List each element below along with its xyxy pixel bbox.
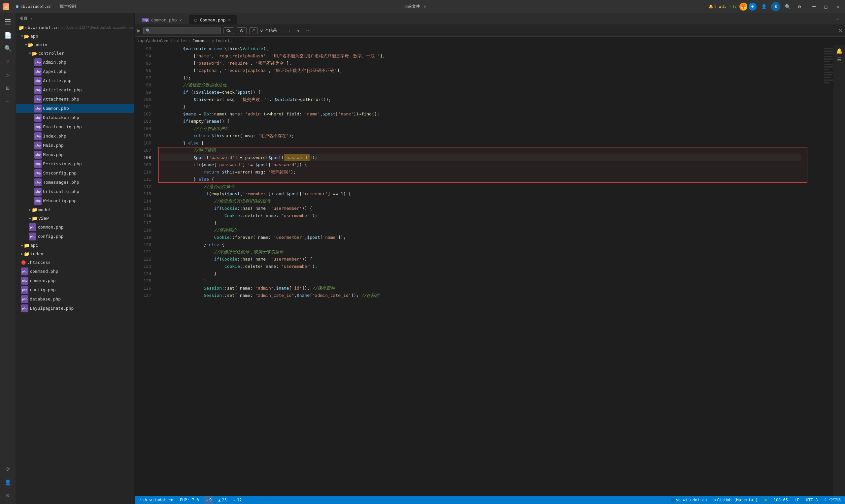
status-line-col[interactable]: 108:65: [772, 496, 789, 504]
status-branch[interactable]: ⑂ sb.wiiudot.cn: [137, 496, 175, 504]
tree-controller[interactable]: ▼ 📂 controller: [16, 49, 134, 58]
tree-database-php[interactable]: php database.php: [16, 294, 134, 304]
activity-settings-bottom-icon[interactable]: ⚙: [2, 489, 14, 501]
tree-admin[interactable]: ▼ 📂 admin: [16, 40, 134, 49]
tree-view[interactable]: ▶ 📁 view: [16, 214, 134, 223]
status-php-version[interactable]: PHP: 7.3: [179, 496, 200, 504]
warning-icon: ▲: [719, 4, 721, 8]
code-line-98: //验证部分数据合法性: [160, 82, 801, 89]
breadcrumb-common[interactable]: Common: [192, 39, 207, 43]
file-chevron[interactable]: ∨: [424, 4, 426, 9]
tree-api[interactable]: ▶ 📁 api: [16, 241, 134, 250]
tree-tomessages-php[interactable]: php Tomessages.php: [16, 178, 134, 187]
tab-sb-wiiudot[interactable]: sb.wiiudot.cn: [12, 3, 55, 10]
tree-common-php[interactable]: php Common.php: [16, 104, 134, 113]
breadcrumb-path[interactable]: \app\admin\controller: [137, 39, 188, 43]
status-errors[interactable]: ⚠ 9: [204, 496, 213, 504]
activity-debug-icon[interactable]: ▷: [2, 69, 14, 80]
search-icon[interactable]: 🔍: [783, 2, 792, 11]
activity-remote-icon[interactable]: ⟳: [2, 463, 14, 475]
tree-permissions-php[interactable]: php Permissions.php: [16, 159, 134, 168]
activity-git-icon[interactable]: ⑂: [2, 55, 14, 67]
tree-layui-php[interactable]: php Layuipaginate.php: [16, 304, 134, 313]
maximize-button[interactable]: □: [821, 2, 830, 11]
tree-index-php[interactable]: php Index.php: [16, 132, 134, 141]
sidebar-header[interactable]: 项目 ∨: [16, 13, 134, 23]
more-options-btn[interactable]: ⋯: [305, 28, 312, 34]
tree-databackup-php[interactable]: php Databackup.php: [16, 113, 134, 122]
tree-model[interactable]: ▶ 📁 model: [16, 205, 134, 214]
code-content[interactable]: $validate = new \think\Validate([ ['name…: [160, 45, 814, 496]
close-button[interactable]: ✕: [833, 2, 842, 11]
status-user[interactable]: sb.wiiudot.cn: [669, 496, 708, 504]
tree-main-php[interactable]: php Main.php: [16, 141, 134, 150]
notif-bell-icon[interactable]: 🔔: [836, 48, 843, 54]
tab-1-close[interactable]: ✕: [179, 18, 182, 22]
search-close-btn[interactable]: ✕: [838, 28, 842, 34]
tree-htaccess[interactable]: 🔴 .htaccess: [16, 258, 134, 267]
breadcrumb-login[interactable]: ○ login(): [212, 39, 232, 43]
status-spaces[interactable]: 4 个空格: [823, 496, 842, 504]
tree-index-folder[interactable]: ▶ 📁 index: [16, 250, 134, 258]
firefox-icon[interactable]: 🦊: [739, 3, 747, 11]
tree-webconfig-php[interactable]: php Webconfig.php: [16, 196, 134, 205]
status-encoding[interactable]: UTF-8: [805, 496, 819, 504]
tree-appv1-php[interactable]: php Appv1.php: [16, 67, 134, 76]
tree-articlecate-php[interactable]: php Articlecate.php: [16, 86, 134, 95]
branch-name: sb.wiiudot.cn: [142, 498, 173, 502]
tree-admin-php[interactable]: php Admin.php: [16, 58, 134, 67]
tab-version-control[interactable]: 版本控制: [56, 2, 80, 11]
tree-root[interactable]: 📁 sb.wiiudot.cn C:\Users\11277\Desktop\s…: [16, 23, 134, 32]
tab-Common-php[interactable]: ○ Common.php ✕: [189, 15, 237, 24]
tree-common-php2[interactable]: php common.php: [16, 223, 134, 232]
tree-smsconfig-php[interactable]: php Smsconfig.php: [16, 168, 134, 178]
activity-accounts-icon[interactable]: 👤: [2, 476, 14, 488]
tree-appv1-php-label: Appv1.php: [43, 68, 66, 75]
tree-config-root-php[interactable]: php config.php: [16, 285, 134, 294]
tree-article-php[interactable]: php Article.php: [16, 76, 134, 86]
minimize-button[interactable]: ─: [809, 2, 818, 11]
activity-menu-icon[interactable]: ☰: [2, 16, 14, 28]
php-badge-database: php: [21, 295, 29, 303]
search-input[interactable]: [153, 28, 218, 33]
tree-article-php-label: Article.php: [43, 77, 71, 85]
titlebar: ⊞ sb.wiiudot.cn 版本控制 当前文件 ∨ 🔔 9: [0, 0, 845, 13]
tab-2-close[interactable]: ✕: [228, 17, 231, 22]
person-icon[interactable]: 👤: [759, 2, 769, 11]
tree-webconfig-php-label: Webconfig.php: [43, 197, 76, 204]
whole-word-btn[interactable]: W: [237, 28, 246, 34]
settings-icon[interactable]: ⚙: [795, 2, 804, 11]
activity-search-icon[interactable]: 🔍: [2, 42, 14, 54]
status-line-ending[interactable]: LF: [793, 496, 800, 504]
status-warnings[interactable]: ▲ 25: [217, 496, 228, 504]
line-numbers-content: 93 94 95 96 97 98 99 100 101 102 103 104: [137, 45, 155, 299]
tree-urlsconfig-php[interactable]: php Urlsconfig.php: [16, 187, 134, 196]
notif-list-icon[interactable]: ☰: [837, 57, 841, 62]
tab-2-label: Common.php: [200, 17, 226, 22]
activity-more-icon[interactable]: ⋯: [2, 95, 14, 107]
search-expand-icon[interactable]: ▶: [137, 28, 141, 34]
tree-command-php[interactable]: php command.php: [16, 267, 134, 276]
filter-btn[interactable]: ▼: [295, 28, 302, 34]
regex-btn[interactable]: .*: [249, 28, 258, 34]
code-scroll[interactable]: 93 94 95 96 97 98 99 100 101 102 103 104: [135, 45, 845, 496]
tab-common-php[interactable]: php common.php ✕: [136, 15, 188, 24]
tree-attachment-php[interactable]: php Attachment.php: [16, 95, 134, 104]
activity-extensions-icon[interactable]: ⊞: [2, 82, 14, 94]
tree-config-php[interactable]: php config.php: [16, 232, 134, 241]
code-line-115: if(Cookie::has( name: 'usermember')) {: [160, 205, 801, 212]
prev-result-btn[interactable]: ↑: [280, 28, 284, 34]
status-ok[interactable]: ✓ 12: [232, 496, 243, 504]
toolbar-more-icon[interactable]: ⋯: [833, 14, 842, 23]
status-github[interactable]: ⊙ GitHub (Material): [712, 496, 759, 504]
tree-emailconfig-php[interactable]: php Emailconfig.php: [16, 122, 134, 132]
edge-icon[interactable]: ⊕: [749, 3, 757, 11]
tree-menu-php[interactable]: php Menu.php: [16, 150, 134, 159]
status-online-dot[interactable]: [763, 496, 769, 504]
next-result-btn[interactable]: ↓: [287, 28, 292, 34]
tree-common-root-php[interactable]: php common.php: [16, 276, 134, 285]
tree-app[interactable]: ▼ 📂 app: [16, 32, 134, 40]
replace-btn[interactable]: Cc: [224, 28, 234, 34]
ln-121: 121: [137, 248, 151, 256]
activity-explorer-icon[interactable]: 📄: [2, 29, 14, 41]
